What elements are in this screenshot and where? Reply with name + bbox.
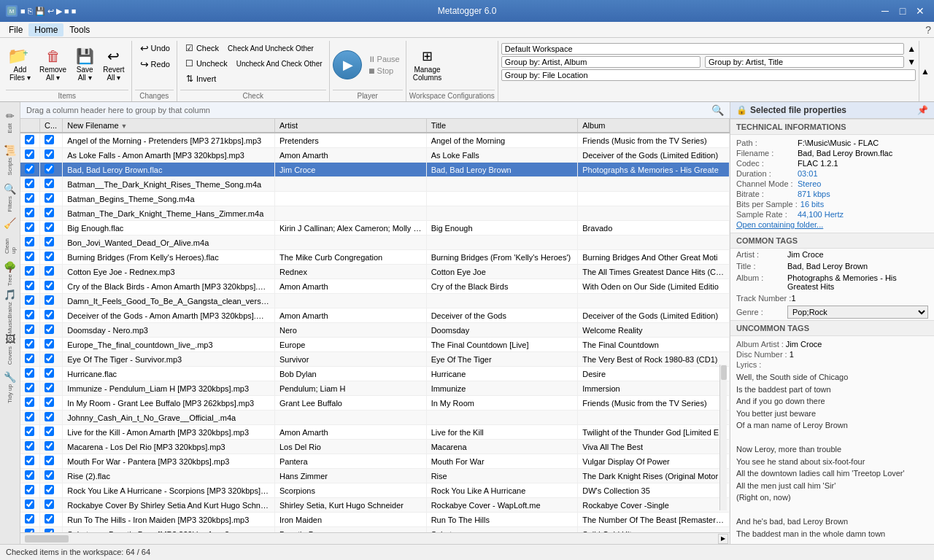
row-checkbox[interactable] xyxy=(25,295,34,305)
row-cb-checkbox[interactable] xyxy=(45,252,54,261)
uncheck-and-check-other-button[interactable]: Uncheck And Check Other xyxy=(233,56,326,71)
horizontal-scrollbar[interactable]: ▶ xyxy=(20,532,730,544)
scrollbar-thumb[interactable] xyxy=(25,535,69,542)
row-checkbox[interactable] xyxy=(25,310,34,319)
sidebar-item-musicbrainz[interactable]: 🎵 MusicBrainz xyxy=(1,293,19,330)
row-cb-checkbox[interactable] xyxy=(45,208,54,217)
row-cb-checkbox[interactable] xyxy=(45,324,54,334)
row-checkbox[interactable] xyxy=(25,485,34,494)
row-checkbox[interactable] xyxy=(25,499,34,509)
sidebar-item-scripts[interactable]: 📜 Scripts xyxy=(1,141,19,178)
row-checkbox[interactable] xyxy=(25,412,34,421)
row-checkbox[interactable] xyxy=(25,397,34,407)
table-row[interactable]: Immunize - Pendulum_Liam H [MP3 320kbps]… xyxy=(20,381,730,396)
table-row[interactable]: Macarena - Los Del Rio [MP3 320kbps].mp3… xyxy=(20,440,730,454)
add-files-button[interactable]: 📁+ AddFiles ▾ xyxy=(6,45,34,84)
table-row[interactable]: As Loke Falls - Amon Amarth [MP3 320kbps… xyxy=(20,148,730,163)
menu-tools[interactable]: Tools xyxy=(63,23,96,36)
row-cb-checkbox[interactable] xyxy=(45,397,54,407)
col-filename[interactable]: New Filename ▼ xyxy=(63,119,275,133)
row-cb-checkbox[interactable] xyxy=(45,149,54,159)
sidebar-item-edit[interactable]: ✏ Edit xyxy=(1,104,19,140)
help-button[interactable]: ? xyxy=(925,24,931,36)
stop-button[interactable]: ⏹ Stop xyxy=(365,66,403,76)
row-checkbox[interactable] xyxy=(25,222,34,232)
genre-select[interactable]: Pop;Rock xyxy=(787,306,928,319)
row-cb-checkbox[interactable] xyxy=(45,339,54,349)
row-cb-checkbox[interactable] xyxy=(45,237,54,246)
manage-columns-button[interactable]: ⊞ ManageColumns xyxy=(409,45,445,84)
row-cb-checkbox[interactable] xyxy=(45,412,54,421)
pause-button[interactable]: ⏸ Pause xyxy=(365,54,403,64)
workspace-up-button[interactable]: ▲ xyxy=(907,44,916,54)
row-checkbox[interactable] xyxy=(25,354,34,363)
row-cb-checkbox[interactable] xyxy=(45,179,54,188)
row-checkbox[interactable] xyxy=(25,164,34,174)
workspace-down-button[interactable]: ▼ xyxy=(907,57,916,67)
col-cb[interactable]: C... xyxy=(39,119,62,133)
maximize-button[interactable]: □ xyxy=(895,3,911,19)
table-row[interactable]: Europe_The_final_countdown_live_.mp3Euro… xyxy=(20,338,730,352)
ribbon-collapse-button[interactable]: ▲ xyxy=(921,66,930,77)
row-checkbox[interactable] xyxy=(25,135,34,144)
col-artist[interactable]: Artist xyxy=(274,119,426,133)
row-checkbox[interactable] xyxy=(25,368,34,378)
table-row[interactable]: Bad, Bad Leroy Brown.flacJim CroceBad, B… xyxy=(20,163,730,177)
menu-home[interactable]: Home xyxy=(28,23,63,36)
row-checkbox[interactable] xyxy=(25,281,34,290)
table-row[interactable]: Sabotage - Beastie Boys [MP3 320kbps].mp… xyxy=(20,527,730,533)
row-cb-checkbox[interactable] xyxy=(45,135,54,144)
row-checkbox[interactable] xyxy=(25,193,34,203)
table-row[interactable]: Run To The Hills - Iron Maiden [MP3 320k… xyxy=(20,513,730,527)
row-checkbox[interactable] xyxy=(25,252,34,261)
sidebar-item-covers[interactable]: 🖼 Covers xyxy=(1,331,19,368)
table-row[interactable]: Rise (2).flacHans ZimmerRiseThe Dark Kni… xyxy=(20,469,730,483)
table-row[interactable]: Deceiver of the Gods - Amon Amarth [MP3 … xyxy=(20,308,730,323)
row-cb-checkbox[interactable] xyxy=(45,222,54,232)
group-by-artist-title-dropdown[interactable]: Group by: Artist, Title xyxy=(705,56,904,68)
row-checkbox[interactable] xyxy=(25,237,34,246)
table-row[interactable]: Batman__The_Dark_Knight_Rises_Theme_Song… xyxy=(20,177,730,192)
play-button[interactable]: ▶ xyxy=(333,50,362,79)
table-row[interactable]: Bon_Jovi_Wanted_Dead_Or_Alive.m4a xyxy=(20,236,730,250)
table-row[interactable]: Angel of the Morning - Pretenders [MP3 2… xyxy=(20,133,730,148)
table-row[interactable]: Mouth For War - Pantera [MP3 320kbps].mp… xyxy=(20,454,730,469)
remove-all-button[interactable]: 🗑 RemoveAll ▾ xyxy=(36,45,70,84)
row-cb-checkbox[interactable] xyxy=(45,514,54,524)
group-by-file-location-dropdown[interactable]: Group by: File Location xyxy=(501,69,916,81)
col-title[interactable]: Title xyxy=(426,119,578,133)
row-checkbox[interactable] xyxy=(25,456,34,465)
table-row[interactable]: Cry of the Black Birds - Amon Amarth [MP… xyxy=(20,279,730,294)
open-folder-link[interactable]: Open containing folder... xyxy=(736,220,823,229)
table-row[interactable]: In My Room - Grant Lee Buffalo [MP3 262k… xyxy=(20,396,730,411)
row-cb-checkbox[interactable] xyxy=(45,266,54,276)
row-checkbox[interactable] xyxy=(25,208,34,217)
row-checkbox[interactable] xyxy=(25,441,34,451)
row-cb-checkbox[interactable] xyxy=(45,456,54,465)
revert-all-button[interactable]: ↩ RevertAll ▾ xyxy=(99,45,128,84)
minimize-button[interactable]: ─ xyxy=(877,3,893,19)
check-button[interactable]: ☑ Check xyxy=(180,41,223,55)
table-container[interactable]: C... New Filename ▼ Artist Title Album A… xyxy=(20,119,730,532)
row-checkbox[interactable] xyxy=(25,470,34,480)
table-row[interactable]: Big Enough.flacKirin J Callinan; Alex Ca… xyxy=(20,221,730,236)
row-checkbox[interactable] xyxy=(25,324,34,334)
row-cb-checkbox[interactable] xyxy=(45,499,54,509)
row-checkbox[interactable] xyxy=(25,339,34,349)
col-album[interactable]: Album xyxy=(578,119,730,133)
row-cb-checkbox[interactable] xyxy=(45,164,54,174)
row-cb-checkbox[interactable] xyxy=(45,470,54,480)
search-icon[interactable]: 🔍 xyxy=(711,104,724,116)
save-all-button[interactable]: 💾 SaveAll ▾ xyxy=(72,45,98,84)
sidebar-item-filters[interactable]: 🔍 Filters xyxy=(1,179,19,216)
row-checkbox[interactable] xyxy=(25,514,34,524)
row-cb-checkbox[interactable] xyxy=(45,354,54,363)
menu-file[interactable]: File xyxy=(3,23,28,36)
redo-button[interactable]: ↪ Redo xyxy=(135,57,174,71)
panel-pin-icon[interactable]: 📌 xyxy=(917,105,928,115)
table-row[interactable]: Burning Bridges (From Kelly's Heroes).fl… xyxy=(20,250,730,265)
table-row[interactable]: Hurricane.flacBob DylanHurricaneDesire xyxy=(20,367,730,381)
table-row[interactable]: Batman_Begins_Theme_Song.m4a xyxy=(20,192,730,206)
row-checkbox[interactable] xyxy=(25,179,34,188)
row-cb-checkbox[interactable] xyxy=(45,295,54,305)
